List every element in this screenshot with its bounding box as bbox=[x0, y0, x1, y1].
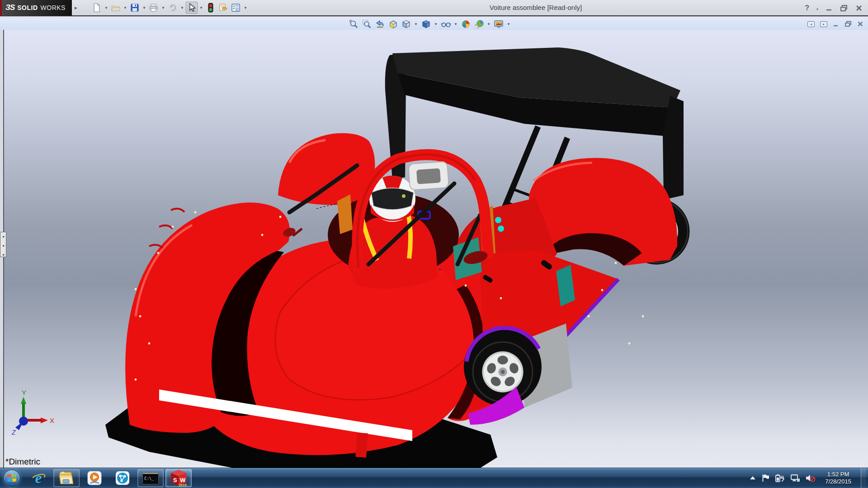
rebuild-button[interactable] bbox=[205, 2, 217, 14]
hide-show-caret[interactable] bbox=[453, 18, 458, 30]
open-folder-icon bbox=[111, 3, 120, 12]
select-dropdown-caret[interactable] bbox=[198, 2, 204, 14]
minimize-button[interactable] bbox=[826, 5, 833, 12]
solidworks-app-icon: S W 2015 bbox=[170, 469, 188, 487]
view-orientation-icon bbox=[401, 19, 411, 29]
window-controls: ? bbox=[805, 0, 863, 16]
heads-up-toolbar-row: ◂ ▸ bbox=[0, 17, 868, 31]
apply-scene-button[interactable] bbox=[473, 18, 485, 30]
taskbar-media-player[interactable] bbox=[81, 469, 108, 487]
zoom-to-area-icon bbox=[362, 19, 372, 29]
restore-button[interactable] bbox=[840, 5, 848, 12]
display-style-button[interactable] bbox=[420, 18, 432, 30]
undo-button[interactable] bbox=[167, 2, 179, 14]
feature-pane-collapsed-handle[interactable] bbox=[0, 232, 6, 257]
taskbar-command-prompt[interactable]: C:\_ bbox=[137, 469, 164, 487]
action-center-flag-icon[interactable] bbox=[762, 474, 769, 482]
undo-dropdown-caret[interactable] bbox=[179, 2, 185, 14]
select-button[interactable] bbox=[186, 2, 198, 14]
appearance-ball-icon bbox=[461, 19, 471, 29]
print-dropdown-caret[interactable] bbox=[160, 2, 166, 14]
zoom-to-area-button[interactable] bbox=[361, 18, 373, 30]
expand-right-pane-button[interactable]: ▸ bbox=[820, 21, 827, 27]
previous-view-button[interactable] bbox=[374, 18, 386, 30]
hide-show-items-button[interactable] bbox=[440, 18, 452, 30]
taskbar-clock[interactable]: 1:52 PM 7/28/2015 bbox=[821, 471, 855, 485]
internet-explorer-icon bbox=[31, 470, 46, 486]
view-orientation-button[interactable] bbox=[400, 18, 412, 30]
previous-view-icon bbox=[375, 19, 385, 29]
help-dropdown-caret[interactable] bbox=[816, 4, 818, 12]
start-button[interactable] bbox=[0, 468, 24, 488]
solidworks-logo: ЗSSOLIDWORKS bbox=[2, 0, 72, 16]
folder-icon bbox=[58, 471, 75, 485]
save-dropdown-caret[interactable] bbox=[142, 2, 147, 14]
view-orientation-caret[interactable] bbox=[413, 18, 419, 30]
view-orientation-label: *Dimetric bbox=[5, 457, 40, 467]
open-dropdown-caret[interactable] bbox=[123, 2, 128, 14]
heads-up-toolbar bbox=[348, 17, 511, 31]
save-button[interactable] bbox=[129, 2, 141, 14]
help-button[interactable]: ? bbox=[805, 4, 809, 12]
doc-restore-button[interactable] bbox=[844, 21, 852, 27]
print-button[interactable] bbox=[148, 2, 160, 14]
car-model[interactable] bbox=[0, 30, 868, 468]
view-settings-caret[interactable] bbox=[506, 18, 511, 30]
file-properties-icon bbox=[218, 3, 228, 12]
traffic-light-icon bbox=[208, 3, 214, 13]
menu-flyout-arrow-icon[interactable] bbox=[73, 3, 79, 13]
intake-box bbox=[408, 161, 449, 190]
show-hidden-icons-button[interactable] bbox=[750, 476, 756, 480]
svg-text:S: S bbox=[173, 477, 177, 483]
doc-minimize-button[interactable] bbox=[833, 21, 839, 27]
zoom-to-fit-icon bbox=[349, 19, 359, 29]
options-dropdown-caret[interactable] bbox=[243, 2, 248, 14]
section-view-button[interactable] bbox=[387, 18, 399, 30]
network-icon[interactable] bbox=[790, 474, 800, 482]
section-view-icon bbox=[388, 19, 398, 29]
show-desktop-button[interactable] bbox=[861, 468, 866, 488]
taskbar-windows-explorer[interactable] bbox=[53, 469, 80, 487]
view-settings-button[interactable] bbox=[493, 18, 505, 30]
taskbar-branch-app[interactable] bbox=[109, 469, 136, 487]
collapse-arrow-icon bbox=[2, 249, 4, 258]
standard-toolbar bbox=[91, 2, 248, 14]
power-battery-icon[interactable] bbox=[775, 474, 784, 482]
display-style-icon bbox=[421, 19, 431, 29]
collapse-arrow-icon bbox=[2, 240, 4, 249]
clock-time: 1:52 PM bbox=[825, 471, 851, 478]
doc-close-button[interactable] bbox=[857, 21, 863, 27]
new-document-icon bbox=[92, 3, 101, 12]
windows-orb-icon bbox=[3, 469, 20, 487]
open-button[interactable] bbox=[110, 2, 122, 14]
branch-app-icon bbox=[115, 471, 130, 485]
solidworks-window: ЗSSOLIDWORKS bbox=[0, 0, 868, 488]
zoom-to-fit-button[interactable] bbox=[348, 18, 359, 30]
taskbar-internet-explorer[interactable] bbox=[25, 469, 52, 487]
options-button[interactable] bbox=[230, 2, 242, 14]
new-dropdown-caret[interactable] bbox=[104, 2, 109, 14]
collapse-arrow-icon bbox=[2, 231, 4, 239]
file-properties-button[interactable] bbox=[217, 2, 229, 14]
collapse-left-pane-button[interactable]: ◂ bbox=[807, 21, 815, 27]
display-style-caret[interactable] bbox=[433, 18, 439, 30]
close-button[interactable] bbox=[855, 5, 863, 12]
new-document-button[interactable] bbox=[91, 2, 103, 14]
taskbar-solidworks[interactable]: S W 2015 bbox=[165, 469, 192, 487]
eyeglasses-icon bbox=[441, 19, 451, 29]
media-player-icon bbox=[87, 471, 102, 485]
save-floppy-icon bbox=[130, 3, 139, 12]
apply-scene-icon bbox=[474, 19, 484, 29]
logo-glyph: ЗS bbox=[5, 3, 14, 12]
rear-left-wheel[interactable] bbox=[471, 340, 534, 404]
clock-date: 7/28/2015 bbox=[825, 478, 851, 485]
edit-appearance-button[interactable] bbox=[460, 18, 472, 30]
graphics-viewport[interactable]: Y X Z *Dimetric bbox=[0, 30, 868, 468]
apply-scene-caret[interactable] bbox=[486, 18, 491, 30]
options-list-icon bbox=[231, 3, 241, 12]
orientation-triad[interactable]: Y X Z bbox=[8, 389, 58, 436]
select-cursor-icon bbox=[188, 3, 196, 12]
system-tray: 1:52 PM 7/28/2015 bbox=[750, 468, 868, 488]
view-settings-icon bbox=[494, 19, 504, 29]
volume-muted-icon[interactable] bbox=[806, 474, 816, 482]
